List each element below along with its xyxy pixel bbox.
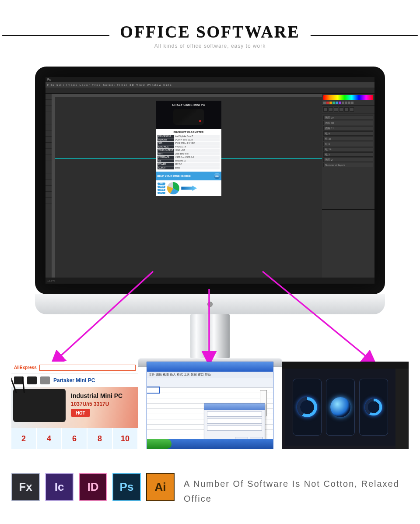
incopy-icon: Ic xyxy=(45,473,74,501)
pie-icon xyxy=(167,182,179,194)
store-logo: AliExpress xyxy=(14,365,37,370)
specs-title: PRODUCT PARAMETER xyxy=(158,131,220,134)
dialog-input[interactable] xyxy=(207,411,262,417)
excel-toolbar[interactable] xyxy=(147,378,273,387)
hero-title: CRAZY GAME MINI PC xyxy=(156,103,221,106)
legend-item: Office xyxy=(158,186,165,188)
page-header: OFFICE SOFTWARE All kinds of office soft… xyxy=(0,0,420,53)
photoshop-icon: Ps xyxy=(112,473,141,501)
layer-row[interactable]: 组 2 xyxy=(323,152,373,157)
phone-mock-icon xyxy=(326,379,355,436)
spec-val: USB3.0 x4 USB2.0 x2 xyxy=(174,156,220,159)
spec-key: WIFI xyxy=(158,152,174,155)
layer-row[interactable]: Number of layers xyxy=(323,163,373,167)
adjustments-panel[interactable] xyxy=(322,106,374,113)
artboard-hero: CRAZY GAME MINI PC xyxy=(156,101,221,129)
spec-val: 1*M.2 SSD + 2.5'' HDD xyxy=(174,142,220,145)
spec-key: INTERFACE xyxy=(158,156,174,159)
layer-row[interactable]: 图层 30 xyxy=(323,121,373,125)
page-subtitle: All kinds of office software, easy to wo… xyxy=(0,43,420,49)
status-bar: 12.5% xyxy=(46,278,374,284)
monitor-chin xyxy=(35,294,385,314)
dialog-input[interactable] xyxy=(207,418,262,424)
spec-key: MEMORY xyxy=(158,138,174,141)
design-canvas[interactable] xyxy=(285,369,396,446)
legend-item: GPU xyxy=(158,192,165,194)
spreadsheet-grid[interactable] xyxy=(147,387,273,440)
app-titlebar: Ps xyxy=(46,77,374,82)
footer-text: A Number Of Software Is Not Cotton, Rela… xyxy=(184,476,409,506)
hero-subtitle: 1037U/i5 3317U xyxy=(71,401,109,407)
monitor-logo-icon xyxy=(207,302,213,307)
indesign-icon: ID xyxy=(79,473,107,501)
spec-val: Windows 10 xyxy=(174,159,220,162)
dialog[interactable] xyxy=(204,403,265,444)
monitor-bezel: Ps File Edit Image Layer Type Select Fil… xyxy=(35,67,385,294)
legend-item: Game xyxy=(158,189,165,191)
num-cell: 2 xyxy=(11,428,37,449)
browser-header: AliExpress xyxy=(11,362,138,374)
layer-row[interactable]: 组 8 xyxy=(323,131,373,136)
spec-key: PROCESSOR xyxy=(158,135,174,138)
swatches[interactable] xyxy=(323,102,373,104)
search-input[interactable] xyxy=(39,365,136,371)
gauge-icon xyxy=(365,398,382,415)
app-badge: Ps xyxy=(47,78,51,81)
brand-title: Partaker Mini PC xyxy=(53,377,95,383)
layer-row[interactable]: 图层 2 xyxy=(323,158,373,162)
globe-icon xyxy=(330,397,350,417)
tools-panel[interactable] xyxy=(46,94,52,278)
artboard-specs: PRODUCT PARAMETER PROCESSORIntel Skylake… xyxy=(156,129,221,172)
spec-key: VIDEO OUTPUT xyxy=(158,149,174,152)
cell-selection[interactable] xyxy=(147,387,159,393)
layer-row[interactable]: 组 14 xyxy=(323,147,373,151)
product-render xyxy=(173,109,204,125)
monitor-stand-neck xyxy=(190,314,230,358)
spec-val: Intel Skylake Core i7 xyxy=(174,135,220,138)
product-hero: Industrial Mini PC 1037U/i5 3317U HOT xyxy=(11,387,138,428)
layer-row[interactable]: 图层 11 xyxy=(323,126,373,130)
color-panel[interactable] xyxy=(322,94,374,106)
layer-row[interactable]: 图层 37 xyxy=(323,116,373,120)
dialog-titlebar[interactable] xyxy=(204,404,265,410)
chart-legend: CPU Office Game GPU xyxy=(158,183,165,194)
window-titlebar xyxy=(147,362,273,372)
intel-badge: intel xyxy=(214,173,220,179)
layer-row[interactable]: 组 6 xyxy=(323,142,373,146)
canvas[interactable]: CRAZY GAME MINI PC PRODUCT PARAMETER PRO… xyxy=(55,97,322,278)
spec-key: GRAPHICS xyxy=(158,145,174,148)
monitor: Ps File Edit Image Layer Type Select Fil… xyxy=(35,67,385,366)
layers-panel[interactable]: 图层 37 图层 30 图层 11 组 8 组 35 组 6 组 14 组 2 … xyxy=(322,113,374,210)
thumbnail-browser: AliExpress Partaker Mini PC Industrial M… xyxy=(11,362,138,449)
mini-icon xyxy=(27,376,37,384)
legend-item: CPU xyxy=(158,183,165,185)
layer-row[interactable]: 组 35 xyxy=(323,137,373,141)
app-toolbar[interactable] xyxy=(282,362,409,369)
spec-key: COLOR xyxy=(158,166,174,169)
color-spectrum[interactable] xyxy=(323,95,373,100)
app-menubar[interactable]: File Edit Image Layer Type Select Filter… xyxy=(46,82,374,88)
gauge-icon xyxy=(297,397,317,417)
excel-menubar[interactable]: 文件 编辑 视图 插入 格式 工具 数据 窗口 帮助 xyxy=(147,372,273,378)
page-title: OFFICE SOFTWARE xyxy=(120,22,300,41)
device-icon xyxy=(13,389,66,422)
app-options-bar[interactable] xyxy=(46,88,374,94)
thumbnail-spreadsheet: 文件 编辑 视图 插入 格式 工具 数据 窗口 帮助 xyxy=(147,362,273,449)
arrow-icon xyxy=(181,186,197,191)
panels-right[interactable]: 图层 37 图层 30 图层 11 组 8 组 35 组 6 组 14 组 2 … xyxy=(322,94,374,278)
spec-val: 2*DDR4 up to 32GB xyxy=(174,138,220,141)
num-cell: 6 xyxy=(62,428,88,449)
panels-right[interactable] xyxy=(396,369,409,449)
spec-key: SSD xyxy=(158,142,174,145)
dialog-input[interactable] xyxy=(207,426,262,431)
spec-val: NVIDIA GTX xyxy=(174,145,220,148)
num-cell: 10 xyxy=(113,428,138,449)
ruler-vertical xyxy=(52,97,55,278)
guide-line xyxy=(55,206,322,206)
blue-bar-text: HELP YOUR WISE CHOICE xyxy=(157,175,191,177)
guide-line xyxy=(55,248,322,248)
ruler-horizontal xyxy=(52,94,322,97)
artboard-blue-bar: HELP YOUR WISE CHOICE intel xyxy=(156,172,221,180)
start-button[interactable] xyxy=(147,439,172,449)
spec-val: Black xyxy=(174,166,220,169)
